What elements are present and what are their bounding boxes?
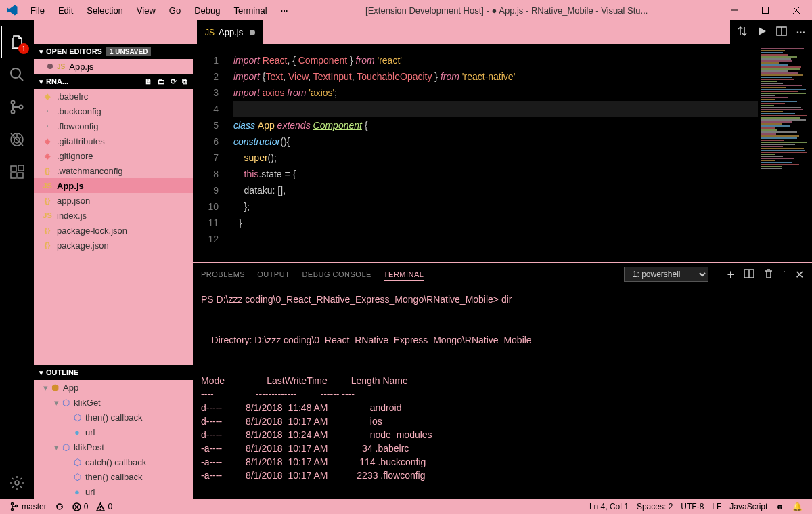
open-editors-label: Open Editors <box>46 47 102 56</box>
minimize-button[interactable] <box>719 0 750 20</box>
eol[interactable]: LF <box>708 502 725 511</box>
terminal-body[interactable]: PS D:\zzz coding\0_React_RNative_Express… <box>193 286 812 499</box>
file-item[interactable]: ·.flowconfig <box>34 119 193 133</box>
outline-item[interactable]: ●url <box>34 484 193 499</box>
bell-icon[interactable]: 🔔 <box>788 502 807 511</box>
new-folder-icon[interactable]: 🗀 <box>158 77 165 86</box>
cursor-position[interactable]: Ln 4, Col 1 <box>585 502 633 511</box>
terminal-selector[interactable]: 1: powershell <box>624 267 708 282</box>
outline-item[interactable]: ⬡then() callback <box>34 469 193 484</box>
svg-rect-19 <box>18 173 23 178</box>
menu-bar: FileEditSelectionViewGoDebugTerminal <box>24 5 274 16</box>
svg-point-28 <box>16 505 18 507</box>
svg-rect-1 <box>763 7 769 14</box>
outline-item[interactable]: ▾⬡klikPost <box>34 440 193 454</box>
file-item[interactable]: {}package-lock.json <box>34 223 193 238</box>
unsaved-badge: 1 UNSAVED <box>106 47 152 56</box>
svg-line-5 <box>19 77 23 81</box>
split-editor-icon[interactable] <box>776 26 787 39</box>
svg-point-6 <box>12 101 15 104</box>
language-mode[interactable]: JavaScript <box>725 502 771 511</box>
outline-item[interactable]: ⬡then() callback <box>34 410 193 425</box>
panel-tabs: PROBLEMSOUTPUTDEBUG CONSOLETERMINAL 1: p… <box>193 263 812 286</box>
project-header[interactable]: ▾ RNA... 🗎 🗀 ⟳ ⧉ <box>34 74 193 89</box>
menu-go[interactable]: Go <box>162 5 187 16</box>
file-item[interactable]: ◈.babelrc <box>34 89 193 104</box>
maximize-button[interactable] <box>750 0 781 20</box>
menu-edit[interactable]: Edit <box>51 5 80 16</box>
svg-line-13 <box>20 137 22 138</box>
outline-item[interactable]: ▾⬡klikGet <box>34 395 193 410</box>
indent-setting[interactable]: Spaces: 2 <box>633 502 677 511</box>
file-tree: ◈.babelrc·.buckconfig·.flowconfig◈.gitat… <box>34 89 193 365</box>
project-label: RNA... <box>46 77 68 85</box>
svg-rect-17 <box>11 166 16 171</box>
file-item[interactable]: JSApp.js <box>34 178 193 193</box>
svg-point-8 <box>20 106 23 109</box>
editor-tab-bar: JS App.js ··· <box>193 20 812 44</box>
svg-rect-20 <box>18 165 24 171</box>
warnings-count[interactable]: 0 <box>92 502 116 511</box>
panel-tab-terminal[interactable]: TERMINAL <box>384 270 424 281</box>
new-file-icon[interactable]: 🗎 <box>145 77 152 86</box>
debug-icon[interactable] <box>1 123 33 156</box>
maximize-panel-icon[interactable]: ˆ <box>783 270 786 278</box>
svg-point-4 <box>11 68 20 78</box>
file-item[interactable]: ◈.gitattributes <box>34 133 193 148</box>
kill-terminal-icon[interactable] <box>764 268 773 280</box>
editor-tab[interactable]: JS App.js <box>197 20 263 44</box>
close-button[interactable] <box>781 0 812 20</box>
extensions-icon[interactable] <box>1 156 33 188</box>
line-gutter: 123456789101112 <box>193 44 227 262</box>
compare-icon[interactable] <box>737 26 748 39</box>
errors-count[interactable]: 0 <box>68 502 93 511</box>
vscode-logo-icon <box>0 4 24 16</box>
editor-tab-label: App.js <box>219 27 243 37</box>
panel-tab-output[interactable]: OUTPUT <box>257 270 290 278</box>
panel-tab-debug-console[interactable]: DEBUG CONSOLE <box>302 270 371 278</box>
close-panel-icon[interactable]: ✕ <box>795 268 804 281</box>
search-icon[interactable] <box>1 58 33 91</box>
more-icon[interactable]: ··· <box>796 26 805 39</box>
new-terminal-icon[interactable]: + <box>727 267 735 282</box>
file-item[interactable]: {}app.json <box>34 193 193 208</box>
explorer-icon[interactable]: 1 <box>1 26 33 58</box>
settings-icon[interactable] <box>1 467 33 499</box>
menu-view[interactable]: View <box>130 5 162 16</box>
open-editors-header[interactable]: ▾ Open Editors 1 UNSAVED <box>34 44 193 59</box>
menu-file[interactable]: File <box>24 5 51 16</box>
feedback-icon[interactable]: ☻ <box>771 502 788 511</box>
outline-item[interactable]: ●url <box>34 425 193 440</box>
file-item[interactable]: ·.buckconfig <box>34 104 193 119</box>
git-branch[interactable]: master <box>5 502 51 511</box>
menu-selection[interactable]: Selection <box>80 5 129 16</box>
outline-header[interactable]: ▾ Outline <box>34 365 193 380</box>
refresh-icon[interactable]: ⟳ <box>171 77 177 86</box>
encoding[interactable]: UTF-8 <box>677 502 708 511</box>
open-editor-item[interactable]: JS App.js <box>34 59 193 74</box>
modified-dot-icon <box>47 64 53 69</box>
run-icon[interactable] <box>757 26 767 39</box>
outline-item[interactable]: ⬡catch() callback <box>34 454 193 469</box>
file-item[interactable]: ◈.gitignore <box>34 148 193 163</box>
svg-point-33 <box>100 509 101 509</box>
menu-overflow-icon[interactable]: ··· <box>274 5 295 16</box>
menu-debug[interactable]: Debug <box>187 5 227 16</box>
sync-icon[interactable] <box>51 502 68 511</box>
minimap[interactable] <box>758 44 812 262</box>
editor-body[interactable]: 123456789101112 import React, { Componen… <box>193 44 812 262</box>
status-bar: master 0 0 Ln 4, Col 1 Spaces: 2 UTF-8 L… <box>0 499 812 514</box>
panel-tab-problems[interactable]: PROBLEMS <box>201 270 245 278</box>
open-editor-filename: App.js <box>69 62 93 72</box>
file-item[interactable]: {}package.json <box>34 238 193 253</box>
outline-item[interactable]: ▾⬢App <box>34 380 193 395</box>
menu-terminal[interactable]: Terminal <box>227 5 273 16</box>
modified-dot-icon <box>250 30 255 35</box>
collapse-all-icon[interactable]: ⧉ <box>182 77 187 86</box>
code-area[interactable]: import React, { Component } from 'react'… <box>227 44 758 262</box>
file-item[interactable]: {}.watchmanconfig <box>34 163 193 178</box>
outline-label: Outline <box>46 368 78 377</box>
source-control-icon[interactable] <box>1 91 33 123</box>
split-terminal-icon[interactable] <box>744 268 754 280</box>
file-item[interactable]: JSindex.js <box>34 208 193 223</box>
